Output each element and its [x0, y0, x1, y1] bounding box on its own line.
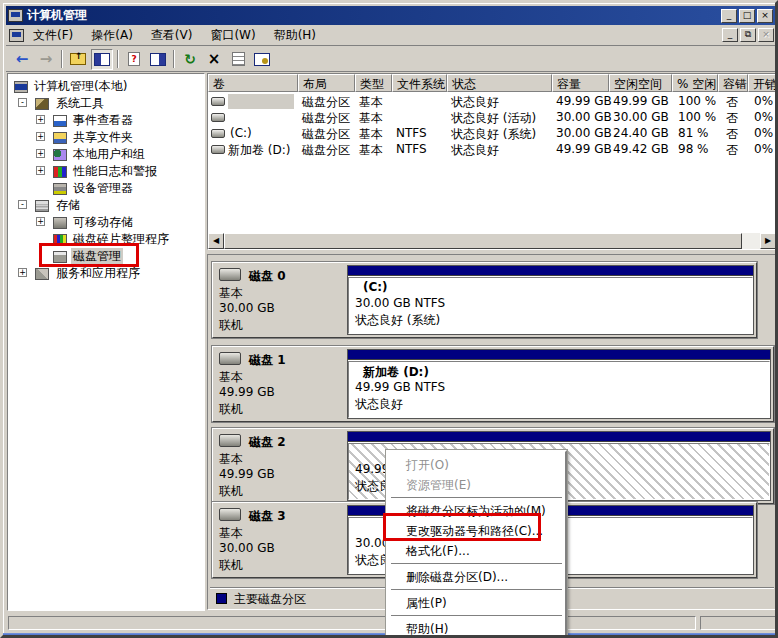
context-menu-help[interactable]: 帮助(H): [390, 619, 563, 638]
toolbar-separator: [117, 50, 119, 68]
annotation-box-change-drive-letter: [383, 513, 541, 541]
action-pane-icon[interactable]: [147, 49, 169, 70]
expand-expander[interactable]: +: [36, 166, 45, 175]
column-header-layout[interactable]: 布局: [298, 74, 355, 92]
services-applications-icon: [35, 268, 49, 280]
disk-0-partition[interactable]: (C:) 30.00 GB NTFS 状态良好 (系统): [347, 265, 754, 335]
disk-3-info: 磁盘 3 基本 30.00 GB 联机: [213, 503, 347, 577]
menu-view[interactable]: 查看(V): [142, 25, 202, 46]
volume-icon: [211, 113, 225, 122]
context-menu-delete-partition[interactable]: 删除磁盘分区(D)...: [390, 567, 563, 587]
refresh-icon[interactable]: ↻: [179, 49, 201, 70]
table-row[interactable]: (C:) 磁盘分区 基本 NTFS 状态良好 (系统) 30.00 GB 24.…: [208, 126, 776, 142]
column-header-freespace[interactable]: 空闲空间: [609, 74, 672, 92]
primary-partition-band: [348, 350, 770, 360]
computer-management-window: 计算机管理 _ □ × 文件(F) 操作(A) 查看(V) 窗口(W) 帮助(H…: [0, 0, 778, 638]
disk-0-info: 磁盘 0 基本 30.00 GB 联机: [213, 263, 347, 337]
column-header-capacity[interactable]: 容量: [552, 74, 609, 92]
menu-help[interactable]: 帮助(H): [265, 25, 325, 46]
device-manager-icon: [53, 183, 67, 195]
window-title: 计算机管理: [27, 7, 719, 24]
menu-separator: [391, 497, 562, 499]
menu-action[interactable]: 操作(A): [82, 25, 142, 46]
collapse-expander[interactable]: -: [18, 98, 27, 107]
hard-disk-icon: [219, 434, 241, 447]
title-bar[interactable]: 计算机管理 _ □ ×: [6, 6, 775, 25]
delete-icon[interactable]: ×: [203, 49, 225, 70]
toolbar-separator: [61, 50, 63, 68]
expand-expander[interactable]: +: [36, 217, 45, 226]
system-tools-icon: [35, 98, 49, 110]
column-header-volume[interactable]: 卷: [208, 74, 298, 92]
collapse-expander[interactable]: -: [18, 200, 27, 209]
toolbar: ← → ? ↻ ×: [6, 47, 778, 72]
annotation-box-disk-management: [39, 243, 139, 267]
primary-partition-legend-label: 主要磁盘分区: [234, 591, 306, 608]
context-menu-explore: 资源管理(E): [390, 475, 563, 495]
expand-expander[interactable]: +: [36, 149, 45, 158]
menu-bar: 文件(F) 操作(A) 查看(V) 窗口(W) 帮助(H) _ ⧉ ×: [6, 25, 778, 46]
volume-icon: [211, 129, 225, 138]
column-header-type[interactable]: 类型: [355, 74, 392, 92]
scroll-right-arrow-icon[interactable]: ▶: [760, 233, 776, 249]
local-users-groups-icon: [53, 149, 67, 161]
hard-disk-icon: [219, 352, 241, 365]
volume-list-pane: 卷 布局 类型 文件系统 状态 容量 空闲空间 % 空闲 容错 开销 磁盘分区 …: [207, 73, 777, 250]
context-menu-properties[interactable]: 属性(P): [390, 593, 563, 613]
volume-icon: [211, 145, 225, 154]
mdi-child-icon[interactable]: [9, 29, 24, 42]
expand-expander[interactable]: +: [36, 115, 45, 124]
disk-1-partition[interactable]: 新加卷 (D:) 49.99 GB NTFS 状态良好: [347, 349, 771, 419]
column-header-overhead[interactable]: 开销: [748, 74, 777, 92]
properties-icon[interactable]: [227, 49, 249, 70]
mdi-restore-button[interactable]: ⧉: [740, 28, 756, 42]
mdi-close-button: ×: [758, 28, 774, 42]
primary-partition-band: [348, 266, 753, 276]
column-header-pctfree[interactable]: % 空闲: [672, 74, 718, 92]
up-folder-icon[interactable]: [67, 49, 89, 70]
expand-expander[interactable]: +: [18, 268, 27, 277]
menu-separator: [391, 563, 562, 565]
menu-separator: [391, 589, 562, 591]
menu-window[interactable]: 窗口(W): [201, 25, 264, 46]
table-row[interactable]: 新加卷 (D:) 磁盘分区 基本 NTFS 状态良好 49.99 GB 49.4…: [208, 142, 776, 158]
computer-icon: [14, 81, 28, 93]
selected-volume-placeholder: [228, 94, 294, 109]
mdi-minimize-button[interactable]: _: [722, 28, 738, 42]
minimize-button[interactable]: _: [721, 9, 737, 23]
menu-file[interactable]: 文件(F): [24, 25, 82, 46]
hard-disk-icon: [219, 508, 241, 521]
column-header-filesystem[interactable]: 文件系统: [392, 74, 447, 92]
scrollbar-thumb[interactable]: [224, 233, 742, 249]
context-menu-format[interactable]: 格式化(F)...: [390, 541, 563, 561]
status-panel-main: [8, 616, 696, 630]
table-row[interactable]: 磁盘分区 基本 状态良好 49.99 GB 49.99 GB 100 % 否 0…: [208, 94, 776, 110]
forward-icon[interactable]: →: [35, 49, 57, 70]
back-icon[interactable]: ←: [11, 49, 33, 70]
help-window-icon[interactable]: [251, 49, 273, 70]
primary-partition-legend-swatch: [216, 593, 227, 604]
column-header-status[interactable]: 状态: [447, 74, 552, 92]
close-button[interactable]: ×: [757, 9, 773, 23]
disk-1-row[interactable]: 磁盘 1 基本 49.99 GB 联机 新加卷 (D:) 49.99 GB NT…: [212, 346, 774, 422]
app-icon: [8, 9, 23, 22]
disk-0-row[interactable]: 磁盘 0 基本 30.00 GB 联机 (C:) 30.00 GB NTFS 状…: [212, 262, 757, 338]
table-row[interactable]: 磁盘分区 基本 状态良好 (活动) 30.00 GB 30.00 GB 100 …: [208, 110, 776, 126]
status-panel-right: [700, 616, 776, 630]
menu-separator: [391, 615, 562, 617]
scroll-left-arrow-icon[interactable]: ◀: [208, 233, 224, 249]
primary-partition-band: [348, 432, 770, 442]
removable-storage-icon: [53, 217, 67, 229]
disk-2-info: 磁盘 2 基本 49.99 GB 联机: [213, 429, 347, 503]
console-tree-toggle-icon[interactable]: [91, 49, 113, 70]
help-doc-icon[interactable]: ?: [123, 49, 145, 70]
horizontal-scrollbar[interactable]: ◀ ▶: [208, 233, 776, 249]
performance-logs-icon: [53, 166, 67, 178]
expand-expander[interactable]: +: [36, 132, 45, 141]
context-menu-open: 打开(O): [390, 455, 563, 475]
shared-folders-icon: [53, 132, 67, 144]
maximize-button[interactable]: □: [739, 9, 755, 23]
column-header-faulttolerance[interactable]: 容错: [718, 74, 748, 92]
toolbar-separator: [173, 50, 175, 68]
hard-disk-icon: [219, 268, 241, 281]
